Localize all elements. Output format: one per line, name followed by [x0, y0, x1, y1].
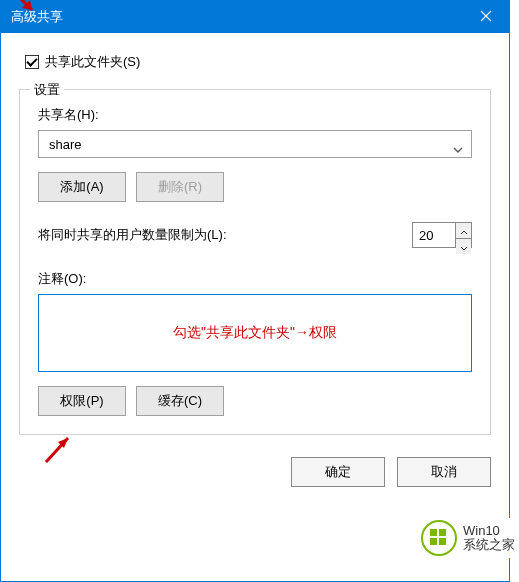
comment-label: 注释(O): [38, 270, 472, 288]
watermark-line2: 系统之家 [463, 538, 515, 552]
watermark-text: Win10 系统之家 [463, 524, 515, 553]
delete-button: 删除(R) [136, 172, 224, 202]
ok-button[interactable]: 确定 [291, 457, 385, 487]
share-name-select[interactable]: share [38, 130, 472, 158]
watermark: Win10 系统之家 [417, 518, 519, 558]
share-name-value: share [49, 137, 82, 152]
perm-cache-buttons: 权限(P) 缓存(C) [38, 386, 472, 416]
share-folder-row: 共享此文件夹(S) [25, 53, 491, 71]
comment-textarea[interactable]: 勾选"共享此文件夹"→权限 [38, 294, 472, 372]
user-limit-row: 将同时共享的用户数量限制为(L): 20 [38, 222, 472, 248]
user-limit-value[interactable]: 20 [413, 223, 455, 247]
windows-logo-icon [421, 520, 457, 556]
spinner-up-button[interactable] [456, 223, 471, 239]
settings-fieldset: 设置 共享名(H): share 添加(A) 删除(R) 将同时共享的用户数量限… [19, 89, 491, 435]
share-folder-checkbox[interactable] [25, 55, 39, 69]
chevron-down-icon [460, 239, 468, 254]
user-limit-label: 将同时共享的用户数量限制为(L): [38, 226, 227, 244]
share-name-buttons: 添加(A) 删除(R) [38, 172, 472, 202]
watermark-line1: Win10 [463, 524, 515, 538]
svg-rect-2 [439, 529, 446, 536]
chevron-up-icon [460, 223, 468, 238]
settings-legend: 设置 [30, 81, 64, 99]
add-button[interactable]: 添加(A) [38, 172, 126, 202]
dialog-title: 高级共享 [11, 8, 63, 26]
close-button[interactable] [463, 1, 509, 33]
share-name-label: 共享名(H): [38, 106, 472, 124]
svg-rect-4 [439, 538, 446, 545]
close-icon [480, 10, 492, 25]
titlebar: 高级共享 [1, 1, 509, 33]
cancel-button[interactable]: 取消 [397, 457, 491, 487]
permissions-button[interactable]: 权限(P) [38, 386, 126, 416]
advanced-sharing-dialog: 高级共享 共享此文件夹(S) 设置 共享名(H): share [0, 0, 510, 582]
spinner-buttons [455, 223, 471, 247]
share-folder-label: 共享此文件夹(S) [45, 53, 140, 71]
user-limit-spinner[interactable]: 20 [412, 222, 472, 248]
annotation-text: 勾选"共享此文件夹"→权限 [173, 324, 337, 342]
chevron-down-icon [453, 141, 463, 147]
cache-button[interactable]: 缓存(C) [136, 386, 224, 416]
svg-rect-3 [430, 538, 437, 545]
dialog-buttons: 确定 取消 [1, 443, 509, 499]
dialog-content: 共享此文件夹(S) 设置 共享名(H): share 添加(A) 删除(R) 将… [1, 33, 509, 443]
spinner-down-button[interactable] [456, 239, 471, 254]
svg-rect-1 [430, 529, 437, 536]
